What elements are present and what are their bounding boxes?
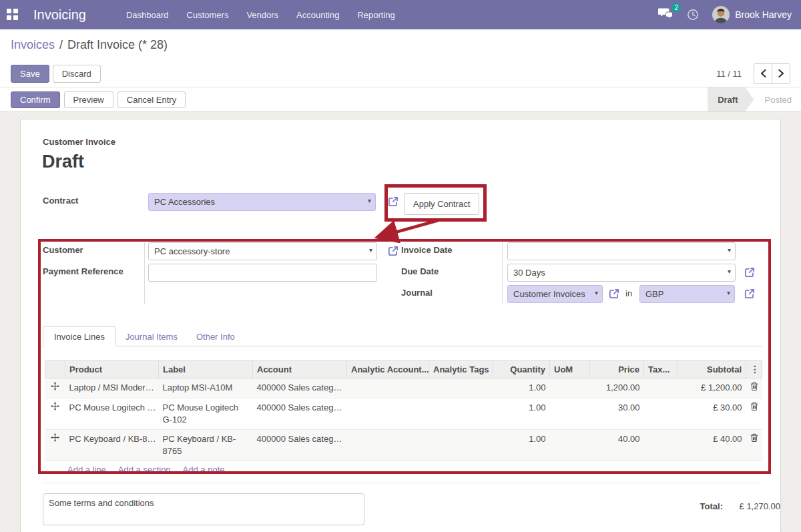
column-options-icon[interactable]: ⋮ — [746, 360, 762, 378]
invoice-date-label: Invoice Date — [401, 245, 453, 255]
page-title: Draft — [42, 152, 84, 172]
pager-next-button[interactable] — [772, 63, 790, 84]
journal-select[interactable]: Customer Invoices ▾ — [507, 285, 603, 303]
nav-item-customers[interactable]: Customers — [187, 10, 229, 20]
table-row: Laptop / MSI Moder… Laptop MSI-A10M 4000… — [45, 378, 762, 398]
nav-item-dashboard[interactable]: Dashboard — [126, 10, 169, 20]
currency-select[interactable]: GBP ▾ — [639, 285, 735, 303]
pager: 11 / 11 — [716, 63, 790, 84]
contract-label: Contract — [43, 196, 78, 206]
cell-account[interactable]: 400000 Sales categ… — [253, 398, 347, 430]
add-a-line-link[interactable]: Add a line — [67, 465, 106, 475]
user-menu[interactable]: Brook Harvey — [712, 6, 792, 23]
cell-account[interactable]: 400000 Sales categ… — [253, 378, 347, 398]
breadcrumb-invoices-link[interactable]: Invoices — [11, 38, 55, 52]
app-name[interactable]: Invoicing — [33, 7, 86, 23]
pager-previous-button[interactable] — [754, 63, 772, 84]
nav-item-accounting[interactable]: Accounting — [296, 10, 339, 20]
cell-quantity[interactable]: 1.00 — [493, 430, 550, 461]
cell-account[interactable]: 400000 Sales categ… — [253, 430, 347, 461]
activities-clock-icon[interactable] — [687, 9, 699, 21]
due-date-select[interactable]: 30 Days ▾ — [507, 264, 736, 282]
cell-tax[interactable] — [644, 398, 678, 430]
cell-price[interactable]: 1,200.00 — [590, 378, 644, 398]
save-button[interactable]: Save — [11, 65, 49, 83]
breadcrumb-current: Draft Invoice (* 28) — [67, 38, 168, 52]
drag-handle-icon[interactable] — [45, 398, 65, 430]
cell-uom[interactable] — [550, 430, 590, 461]
cell-price[interactable]: 40.00 — [590, 430, 644, 461]
header-quantity: Quantity — [493, 360, 550, 378]
preview-button[interactable]: Preview — [64, 91, 113, 108]
journal-in-label: in — [625, 288, 632, 298]
payment-reference-input[interactable] — [148, 264, 377, 282]
due-date-external-link-icon[interactable] — [744, 266, 756, 278]
chevron-down-icon: ▾ — [595, 289, 598, 296]
footer-separator — [43, 483, 762, 483]
currency-external-link-icon[interactable] — [744, 288, 756, 300]
statusbar: Confirm Preview Cancel Entry Draft Poste… — [0, 87, 801, 112]
confirm-button[interactable]: Confirm — [11, 91, 60, 108]
cell-tax[interactable] — [644, 430, 678, 461]
cancel-entry-button[interactable]: Cancel Entry — [117, 91, 186, 108]
tab-journal-items[interactable]: Journal Items — [116, 326, 187, 346]
nav-item-vendors[interactable]: Vendors — [246, 10, 278, 20]
contract-select[interactable]: PC Accessories ▾ — [148, 193, 376, 211]
header-tax: Tax... — [644, 360, 678, 378]
messages-icon[interactable]: 2 — [658, 7, 674, 23]
cell-product[interactable]: Laptop / MSI Moder… — [65, 378, 159, 398]
status-step-posted[interactable]: Posted — [754, 87, 801, 111]
apps-menu-icon[interactable] — [7, 9, 19, 21]
cell-label[interactable]: PC Mouse Logitech G-102 — [159, 398, 253, 430]
notebook-tabs: Invoice Lines Journal Items Other Info — [43, 326, 244, 346]
tab-other-info[interactable]: Other Info — [187, 326, 244, 346]
cell-analytic-tags[interactable] — [429, 430, 493, 461]
chevron-down-icon: ▾ — [368, 197, 371, 204]
contract-external-link-icon[interactable] — [387, 196, 399, 208]
invoice-form-sheet: Customer Invoice Draft Contract PC Acces… — [20, 119, 781, 532]
cell-quantity[interactable]: 1.00 — [493, 378, 550, 398]
delete-row-icon[interactable] — [746, 398, 762, 430]
cell-label[interactable]: PC Keyboard / KB-8765 — [159, 430, 253, 461]
cell-product[interactable]: PC Mouse Logitech … — [65, 398, 159, 430]
customer-select[interactable]: PC accessory-store ▾ — [148, 242, 377, 260]
customer-label: Customer — [43, 245, 83, 255]
cell-analytic-tags[interactable] — [429, 398, 493, 430]
main-menu: Dashboard Customers Vendors Accounting R… — [126, 10, 395, 20]
drag-handle-icon[interactable] — [45, 430, 65, 461]
cell-analytic-account[interactable] — [347, 398, 429, 430]
nav-item-reporting[interactable]: Reporting — [357, 10, 394, 20]
discard-button[interactable]: Discard — [53, 65, 101, 83]
cell-analytic-account[interactable] — [347, 378, 429, 398]
journal-label: Journal — [401, 288, 433, 298]
cell-uom[interactable] — [550, 378, 590, 398]
journal-external-link-icon[interactable] — [608, 288, 620, 300]
cell-tax[interactable] — [644, 378, 678, 398]
invoice-date-input[interactable]: ▾ — [507, 242, 736, 260]
cell-subtotal: £ 30.00 — [678, 398, 746, 430]
header-price: Price — [590, 360, 644, 378]
tab-invoice-lines[interactable]: Invoice Lines — [43, 326, 116, 346]
cell-quantity[interactable]: 1.00 — [493, 398, 550, 430]
add-a-section-link[interactable]: Add a section — [118, 465, 171, 475]
terms-and-conditions-input[interactable]: Some terms and conditions — [43, 493, 364, 525]
header-analytic-tags: Analytic Tags — [429, 360, 493, 378]
header-handle — [45, 360, 65, 378]
add-a-note-link[interactable]: Add a note — [183, 465, 225, 475]
control-panel: Save Discard 11 / 11 — [0, 60, 801, 87]
cell-uom[interactable] — [550, 398, 590, 430]
delete-row-icon[interactable] — [746, 430, 762, 461]
status-step-draft[interactable]: Draft — [708, 87, 754, 111]
drag-handle-icon[interactable] — [45, 378, 65, 398]
cell-price[interactable]: 30.00 — [590, 398, 644, 430]
cell-analytic-tags[interactable] — [429, 378, 493, 398]
customer-external-link-icon[interactable] — [387, 245, 399, 257]
cell-analytic-account[interactable] — [347, 430, 429, 461]
chevron-right-icon — [778, 69, 784, 77]
cell-product[interactable]: PC Keyboard / KB-8… — [65, 430, 159, 461]
cell-label[interactable]: Laptop MSI-A10M — [159, 378, 253, 398]
delete-row-icon[interactable] — [746, 378, 762, 398]
group-separator-left — [144, 242, 145, 304]
apply-contract-button[interactable]: Apply Contract — [404, 193, 479, 215]
top-navbar: Invoicing Dashboard Customers Vendors Ac… — [0, 0, 801, 29]
